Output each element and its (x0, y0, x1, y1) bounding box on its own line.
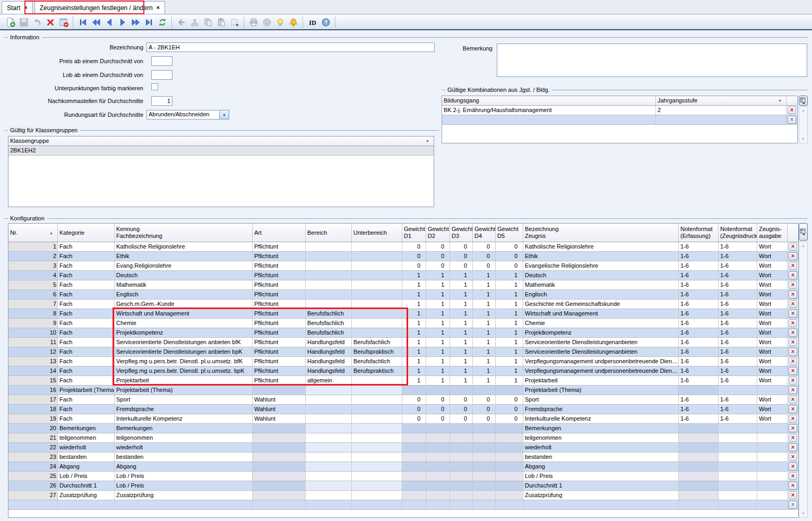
cell-gewicht-d3[interactable]: 0 (450, 252, 473, 261)
cell-gewicht-d4[interactable] (473, 500, 496, 509)
cell-gewicht-d3[interactable] (450, 424, 473, 433)
cell-zeugnisausgabe[interactable] (757, 462, 788, 471)
cell-zeugnisausgabe[interactable] (757, 500, 788, 509)
cell-bildungsgang[interactable] (442, 115, 656, 124)
table-row-empty[interactable]: × (8, 500, 798, 510)
cell-kategorie[interactable]: Fach (58, 261, 115, 270)
cell-gewicht-d4[interactable]: 1 (473, 366, 496, 375)
cell-bezeichnung-zeugnis[interactable]: Chemie (523, 319, 679, 328)
cell-gewicht-d3[interactable]: 1 (450, 309, 473, 318)
first-record-icon[interactable] (76, 16, 89, 28)
cell-zeugnisausgabe[interactable] (757, 452, 788, 462)
cell-bezeichnung-zeugnis[interactable]: Katholische Religionslehre (523, 242, 679, 251)
cell-jahrgangsstufe[interactable] (656, 115, 787, 124)
cell-gewicht-d2[interactable]: 0 (426, 395, 450, 404)
cell-gewicht-d4[interactable]: 0 (473, 242, 496, 251)
save-icon[interactable] (18, 16, 30, 28)
delete-row-button[interactable]: × (789, 463, 797, 471)
cell-zeugnisausgabe[interactable]: Wort (757, 328, 788, 337)
cell-kategorie[interactable]: Lob / Preis (58, 472, 115, 481)
cell-notenformat-erfassung[interactable] (679, 433, 719, 442)
cell-gewicht-d5[interactable] (496, 443, 523, 452)
cell-gewicht-d2[interactable] (426, 500, 450, 509)
cell-kennung[interactable]: Projektarbeit (Thema) (115, 386, 253, 395)
cell-bezeichnung-zeugnis[interactable]: Verpflegungsmanagement undpersonenbetreu… (523, 366, 679, 375)
cell-gewicht-d1[interactable]: 1 (402, 347, 426, 356)
cell-bereich[interactable] (306, 261, 352, 270)
cell-kennung[interactable]: Deutsch (115, 271, 253, 280)
cell-zeugnisausgabe[interactable] (757, 481, 788, 490)
cell-bereich[interactable] (306, 481, 352, 490)
cell-kennung[interactable]: Bemerkungen (115, 424, 253, 433)
delete-row-button[interactable]: × (789, 377, 797, 385)
cell-kennung[interactable]: teilgenommen (115, 433, 253, 442)
tab-zeugniseinstellungen[interactable]: Zeugniseinstellungen festlegen / ändern … (34, 1, 165, 14)
cell-kategorie[interactable]: Fach (58, 395, 115, 404)
cell-notenformat-erfassung[interactable]: 1-6 (679, 280, 719, 289)
cell-gewicht-d5[interactable]: 0 (496, 405, 523, 414)
delete-row-button[interactable]: × (789, 357, 797, 365)
cell-kategorie[interactable]: Fach (58, 319, 115, 328)
cell-zeugnisausgabe[interactable]: Wort (757, 319, 788, 328)
cell-art[interactable] (253, 452, 306, 462)
cell-kategorie[interactable]: Fach (58, 271, 115, 280)
cell-kategorie[interactable]: Fach (58, 280, 115, 289)
cell-notenformat-zeugnisdruck[interactable] (719, 433, 757, 442)
cell-kategorie[interactable]: Projektarbeit (Thema) (58, 386, 115, 395)
cell-nr[interactable]: 1 (8, 242, 58, 251)
cell-gewicht-d4[interactable]: 1 (473, 376, 496, 385)
cell-notenformat-zeugnisdruck[interactable]: 1-6 (719, 405, 757, 414)
cell-kategorie[interactable] (58, 500, 115, 509)
cell-notenformat-zeugnisdruck[interactable] (719, 481, 757, 490)
cell-art[interactable]: Pflichtunt (253, 271, 306, 280)
delete-row-button[interactable]: × (789, 453, 797, 461)
cell-kennung[interactable]: Projektkompetenz (115, 328, 253, 337)
scroll-down-icon[interactable]: ▾ (799, 135, 807, 143)
cell-notenformat-zeugnisdruck[interactable]: 1-6 (719, 242, 757, 251)
cell-gewicht-d3[interactable] (450, 386, 473, 395)
table-row[interactable]: BK 2-j. Ernährung/Haushaltsmanagement2× (442, 106, 797, 115)
cell-notenformat-zeugnisdruck[interactable]: 1-6 (719, 366, 757, 375)
cell-kategorie[interactable]: Fach (58, 376, 115, 385)
delete-row-button[interactable]: × (789, 386, 797, 394)
cell-kategorie[interactable]: teilgenommen (58, 433, 115, 442)
cell-gewicht-d5[interactable] (496, 500, 523, 509)
cell-bezeichnung-zeugnis[interactable]: Sport (523, 395, 679, 404)
cell-gewicht-d5[interactable] (496, 386, 523, 395)
cell-notenformat-erfassung[interactable]: 1-6 (679, 290, 719, 299)
cell-kategorie[interactable]: bestanden (58, 452, 115, 462)
cell-kategorie[interactable]: Abgang (58, 462, 115, 471)
cell-gewicht-d3[interactable]: 1 (450, 376, 473, 385)
cell-notenformat-erfassung[interactable]: 1-6 (679, 328, 719, 337)
delete-icon[interactable] (44, 16, 56, 28)
cell-unterbereich[interactable] (352, 481, 402, 490)
cell-gewicht-d2[interactable] (426, 443, 450, 452)
delete-row-button[interactable]: × (789, 271, 797, 279)
cell-bereich[interactable] (306, 290, 352, 299)
cell-gewicht-d5[interactable] (496, 462, 523, 471)
cell-bereich[interactable] (306, 271, 352, 280)
cell-gewicht-d5[interactable]: 0 (496, 395, 523, 404)
cell-bezeichnung-zeugnis[interactable]: teilgenommen (523, 433, 679, 442)
cell-nr[interactable]: 9 (8, 319, 58, 328)
cell-gewicht-d1[interactable] (402, 424, 426, 433)
cell-kennung[interactable]: Serviceorientierte Dienstleistungen anbi… (115, 338, 253, 347)
cell-kennung[interactable]: Katholische Religionslehre (115, 242, 253, 251)
cell-kategorie[interactable]: Fach (58, 338, 115, 347)
cell-zeugnisausgabe[interactable]: Wort (757, 261, 788, 270)
cell-nr[interactable]: 11 (8, 338, 58, 347)
cell-unterbereich[interactable] (352, 290, 402, 299)
cell-zeugnisausgabe[interactable]: Wort (757, 366, 788, 375)
cell-notenformat-zeugnisdruck[interactable]: 1-6 (719, 252, 757, 261)
cell-unterbereich[interactable]: Berufspraktisch (352, 347, 402, 356)
cell-gewicht-d4[interactable]: 1 (473, 357, 496, 366)
cell-bezeichnung-zeugnis[interactable]: Projektarbeit (Thema) (523, 386, 679, 395)
cell-zeugnisausgabe[interactable]: Wort (757, 338, 788, 347)
cell-nr[interactable]: 26 (8, 481, 58, 490)
delete-row-button[interactable]: × (789, 338, 797, 346)
cell-gewicht-d4[interactable]: 1 (473, 271, 496, 280)
cell-notenformat-erfassung[interactable]: 1-6 (679, 347, 719, 356)
cell-gewicht-d2[interactable] (426, 481, 450, 490)
cell-kennung[interactable]: Wirtschaft und Management (115, 309, 253, 318)
cell-notenformat-zeugnisdruck[interactable] (719, 472, 757, 481)
